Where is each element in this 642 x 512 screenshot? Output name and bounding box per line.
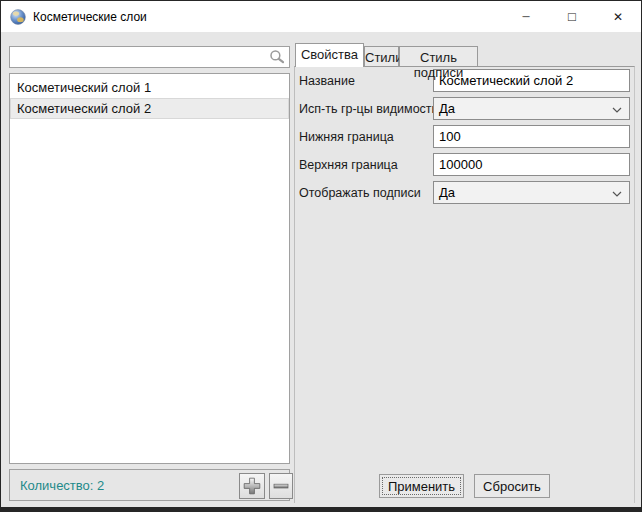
- count-panel: Количество: 2: [9, 469, 290, 501]
- upper-bound-input[interactable]: [433, 153, 630, 176]
- apply-button[interactable]: Применить: [379, 474, 464, 498]
- use-visibility-bounds-value: Да: [439, 101, 455, 116]
- dialog-content: Косметический слой 1 Косметический слой …: [1, 33, 641, 507]
- titlebar: Косметические слои ─ □ ✕: [1, 1, 641, 32]
- search-icon: [269, 49, 285, 65]
- use-visibility-bounds-select[interactable]: Да: [433, 97, 630, 120]
- count-label: Количество: 2: [20, 478, 104, 493]
- reset-button[interactable]: Сбросить: [474, 474, 550, 498]
- field-label-upper-bound: Верхняя граница: [299, 158, 398, 172]
- globe-icon: [10, 9, 26, 25]
- remove-layer-button[interactable]: [269, 473, 293, 499]
- reset-button-label: Сбросить: [483, 479, 541, 494]
- field-label-lower-bound: Нижняя граница: [299, 130, 394, 144]
- list-item-layer-2[interactable]: Косметический слой 2: [10, 98, 289, 119]
- tab-label-style[interactable]: Стиль подписи: [399, 46, 478, 66]
- lower-bound-input[interactable]: [433, 125, 630, 148]
- list-item-layer-1[interactable]: Косметический слой 1: [10, 77, 289, 98]
- show-labels-value: Да: [439, 185, 455, 200]
- chevron-down-icon: [612, 191, 622, 197]
- tab-styles[interactable]: Стили: [364, 46, 399, 66]
- plus-icon: [243, 477, 261, 495]
- field-label-name: Название: [299, 74, 355, 88]
- minimize-icon[interactable]: ─: [503, 1, 549, 32]
- show-labels-select[interactable]: Да: [433, 181, 630, 204]
- maximize-icon[interactable]: □: [549, 1, 595, 32]
- field-label-use-visibility-bounds: Исп-ть гр-цы видимости: [299, 102, 439, 116]
- tab-properties[interactable]: Свойства: [295, 43, 364, 67]
- window: Косметические слои ─ □ ✕ Косметический с…: [0, 0, 642, 512]
- minus-icon: [272, 477, 290, 495]
- chevron-down-icon: [612, 107, 622, 113]
- caption-buttons: ─ □ ✕: [503, 1, 641, 32]
- add-layer-button[interactable]: [239, 473, 265, 499]
- search-input[interactable]: [9, 46, 290, 68]
- field-label-show-labels: Отображать подписи: [299, 186, 421, 200]
- layer-list: Косметический слой 1 Косметический слой …: [9, 73, 290, 464]
- window-title: Косметические слои: [33, 10, 147, 24]
- apply-button-label: Применить: [388, 479, 455, 494]
- close-icon[interactable]: ✕: [595, 1, 641, 32]
